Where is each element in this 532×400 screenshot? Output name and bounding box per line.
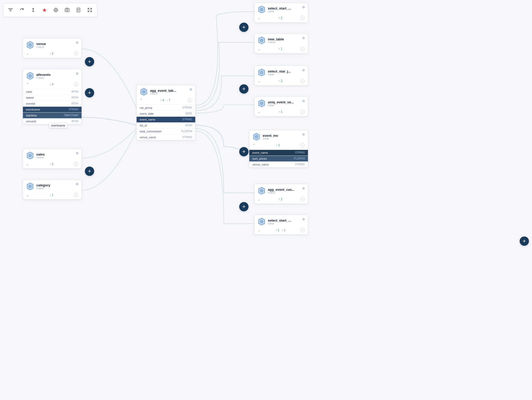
agg-event-cas-dot (302, 187, 305, 190)
agg-event-tab-stat-up: ↑ 4 (160, 98, 164, 102)
agg-event-cas-chevron[interactable]: ⌄ (258, 197, 261, 201)
svg-point-56 (261, 221, 262, 222)
plus-button-sales[interactable]: + (85, 167, 94, 176)
allevents-row-starttime[interactable]: starttime TIMESTAMP (23, 113, 82, 119)
allevents-type: TABLE (36, 77, 78, 79)
plus-button-top-right[interactable]: + (239, 23, 249, 32)
plus-button-bottom-right[interactable]: + (520, 237, 529, 246)
plus-button-agg-cas[interactable]: + (239, 202, 249, 211)
expand-button[interactable] (85, 5, 95, 15)
agg-event-tab-row-event-date[interactable]: event_date DATE (137, 111, 195, 117)
select-start-2-chevron[interactable]: ⌄ (258, 228, 261, 232)
allevents-chevron[interactable]: ⌃ (26, 82, 29, 86)
tooltip-text: eventname (51, 124, 65, 127)
event-mv-row-sum-prices[interactable]: sum_prices FLOAT64 (249, 156, 308, 162)
event-mv-info-button[interactable]: i (300, 143, 305, 148)
event-mv-row-venue-name[interactable]: venue_name STRING (249, 162, 308, 167)
uniq-event-ve-type: VIEW (268, 104, 305, 107)
allevents-status-dot (76, 72, 78, 75)
category-info-button[interactable]: i (74, 193, 78, 197)
select-star-j-dot (302, 69, 305, 71)
category-chevron[interactable]: ⌄ (26, 193, 29, 197)
venue-name: venue (36, 42, 78, 46)
agg-event-tab-stat-down: ↓ 7 (166, 98, 170, 102)
allevents-row-eventname[interactable]: eventname STRING (23, 107, 82, 113)
agg-event-cas-info-button[interactable]: i (300, 197, 305, 202)
agg-event-tab-status-dot (190, 88, 192, 91)
venue-status-dot (76, 41, 78, 44)
svg-marker-0 (42, 8, 47, 12)
sales-info-button[interactable]: i (74, 162, 78, 166)
agg-event-tab-row-total-commission[interactable]: total_commission FLOAT64 (137, 129, 195, 134)
select-start-1-type: VIEW (268, 10, 305, 13)
new-table-dot (302, 37, 305, 39)
event-mv-type: VIEW (263, 138, 305, 140)
venue-chevron[interactable]: ⌄ (26, 51, 29, 56)
svg-point-44 (261, 72, 262, 73)
event-mv-row-event-name[interactable]: event_name STRING (249, 150, 308, 156)
select-start-2-name: select_start_... (268, 219, 305, 222)
venue-info-button[interactable]: i (74, 51, 78, 56)
svg-point-35 (143, 91, 144, 92)
agg-event-tab-row-list-id[interactable]: list_id INT64 (137, 123, 195, 129)
event-mv-icon (252, 133, 261, 141)
agg-event-tab-row-cat-group[interactable]: cat_group STRING (137, 105, 195, 111)
agg-event-tab-row-venue-name[interactable]: venue_name STRING (137, 134, 195, 140)
select-start-1-icon (258, 5, 266, 14)
event-mv-chevron[interactable]: ⌃ (252, 143, 255, 147)
agg-event-cas-icon (258, 187, 266, 195)
allevents-row-eventid[interactable]: eventid INT64 (23, 101, 82, 107)
plus-button-venue[interactable]: + (85, 57, 94, 66)
allevents-row-catid[interactable]: catid INT64 (23, 89, 82, 95)
category-type: TABLE (36, 187, 78, 190)
uniq-event-ve-name: uniq_event_ve... (268, 100, 305, 104)
target-button[interactable] (51, 5, 61, 15)
allevents-node: allevents TABLE ⌃ ↓ 4 i catid INT64 date… (23, 69, 82, 124)
uniq-event-ve-chevron[interactable]: ⌄ (258, 110, 261, 114)
select-start-1-info-button[interactable]: i (300, 16, 305, 20)
eventname-tooltip: eventname (49, 123, 67, 128)
sales-stat-down: ↓ 5 (49, 162, 54, 166)
sort-button[interactable] (28, 5, 38, 15)
category-status-dot (76, 183, 78, 185)
sales-type: TABLE (36, 156, 78, 159)
svg-point-29 (30, 155, 31, 156)
new-table-name: new_table (268, 37, 305, 41)
select-start-2-type: VIEW (268, 222, 305, 225)
highlight-button[interactable] (39, 5, 50, 15)
snapshot-button[interactable] (62, 5, 72, 15)
select-star-j-stat-up: ↑ 2 (278, 79, 282, 83)
plus-button-event-mv[interactable]: + (239, 147, 249, 156)
sales-node: sales TABLE ⌄ ↓ 5 i (23, 149, 82, 169)
select-star-j-info-button[interactable]: i (300, 79, 305, 83)
allevents-rows: catid INT64 dateid INT64 eventid INT64 e… (23, 89, 82, 124)
select-start-2-info-button[interactable]: i (300, 228, 305, 232)
sales-icon (26, 151, 34, 160)
agg-event-tab-info-button[interactable]: i (188, 98, 192, 103)
agg-event-tab-row-event-name[interactable]: event_name STRING (137, 117, 195, 123)
sales-chevron[interactable]: ⌄ (26, 162, 29, 166)
plus-button-mid-right[interactable]: + (239, 84, 249, 94)
plus-button-allevents[interactable]: + (85, 88, 94, 97)
select-start-2-dot (302, 218, 305, 221)
new-table-icon (258, 36, 266, 44)
svg-point-41 (261, 40, 262, 41)
agg-event-tab-name: agg_event_tab... (150, 89, 192, 93)
new-table-info-button[interactable]: i (300, 47, 305, 51)
allevents-info-button[interactable]: i (74, 82, 78, 87)
allevents-row-dateid[interactable]: dateid INT64 (23, 95, 82, 101)
allevents-stat-down: ↓ 4 (49, 83, 54, 86)
refresh-button[interactable] (17, 5, 27, 15)
select-start-2-icon (258, 217, 266, 226)
select-start-1-chevron[interactable]: ⌄ (258, 16, 261, 20)
uniq-event-ve-info-button[interactable]: i (300, 110, 305, 114)
document-button[interactable] (73, 5, 84, 15)
venue-stat-down: ↓ 2 (49, 52, 54, 55)
select-star-j-chevron[interactable]: ⌄ (258, 79, 261, 83)
agg-event-tab-chevron[interactable]: ⌃ (140, 98, 143, 102)
agg-event-cas-name: agg_event_cas... (268, 188, 305, 192)
new-table-chevron[interactable]: ⌄ (258, 47, 261, 51)
select-start-2-node: select_start_... VIEW ⌄ ↑ 1 ↓ 1 i (254, 215, 308, 235)
filter-button[interactable] (5, 5, 16, 15)
category-node: category TABLE ⌄ ↓ 1 i (23, 179, 82, 199)
